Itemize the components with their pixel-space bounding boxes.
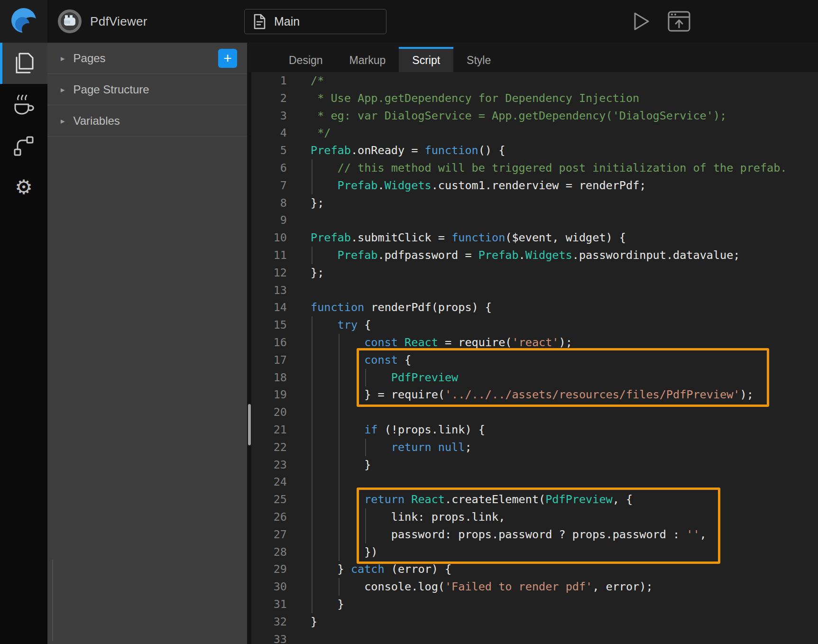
code-text: }) bbox=[311, 543, 377, 561]
code-line: 28 }) bbox=[247, 543, 818, 561]
line-number: 30 bbox=[247, 578, 287, 596]
code-line: 26 link: props.link, bbox=[247, 508, 818, 526]
code-text: return React.createElement(PdfPreview, { bbox=[311, 491, 633, 508]
code-text: try { bbox=[311, 316, 371, 334]
code-line: 6 // this method will be triggered post … bbox=[247, 159, 818, 177]
tab-bar: DesignMarkupScriptStyle bbox=[247, 43, 818, 72]
code-text: /* bbox=[311, 72, 324, 90]
panel-section-pages[interactable]: ▸Pages+ bbox=[47, 43, 247, 74]
code-line: 13 bbox=[247, 282, 818, 299]
code-line: 24 bbox=[247, 473, 818, 491]
line-number: 17 bbox=[247, 351, 287, 369]
code-line: 7 Prefab.Widgets.custom1.renderview = re… bbox=[247, 177, 818, 194]
code-text: Prefab.submitClick = function($event, wi… bbox=[311, 229, 626, 247]
code-text: * Use App.getDependency for Dependency I… bbox=[311, 90, 639, 107]
indent-guide bbox=[312, 473, 312, 491]
panel-section-label: Variables bbox=[74, 114, 120, 128]
line-number: 22 bbox=[247, 439, 287, 456]
line-number: 20 bbox=[247, 404, 287, 421]
code-line: 20 bbox=[247, 404, 818, 421]
caret-right-icon: ▸ bbox=[61, 116, 65, 126]
code-text: function renderPdf(props) { bbox=[311, 299, 492, 316]
line-number: 14 bbox=[247, 299, 287, 316]
code-text: } catch (error) { bbox=[311, 561, 451, 578]
java-coffee-icon bbox=[11, 93, 36, 117]
line-number: 29 bbox=[247, 561, 287, 578]
tab-design[interactable]: Design bbox=[276, 47, 336, 72]
line-number: 23 bbox=[247, 456, 287, 474]
code-text: return null; bbox=[311, 439, 472, 456]
line-number: 10 bbox=[247, 229, 287, 247]
prefab-avatar bbox=[58, 9, 82, 33]
code-line: 11 Prefab.pdfpassword = Prefab.Widgets.p… bbox=[247, 247, 818, 264]
play-icon bbox=[634, 12, 650, 31]
line-number: 33 bbox=[247, 631, 287, 644]
line-number: 25 bbox=[247, 491, 287, 508]
code-line: 30 console.log('Failed to render pdf', e… bbox=[247, 578, 818, 596]
code-text: Prefab.pdfpassword = Prefab.Widgets.pass… bbox=[311, 247, 740, 264]
indent-guide bbox=[312, 404, 312, 421]
line-number: 26 bbox=[247, 508, 287, 526]
panel-scrollbar[interactable] bbox=[52, 560, 53, 641]
code-line: 15 try { bbox=[247, 316, 818, 334]
code-text: } bbox=[311, 596, 344, 613]
code-line: 8}; bbox=[247, 194, 818, 212]
rail-item-java-services[interactable] bbox=[0, 84, 47, 125]
line-number: 15 bbox=[247, 316, 287, 334]
pages-icon bbox=[13, 52, 35, 75]
panel-section-label: Pages bbox=[74, 52, 106, 65]
script-editor[interactable]: 1/*2 * Use App.getDependency for Depende… bbox=[247, 72, 818, 644]
tab-style[interactable]: Style bbox=[453, 47, 504, 72]
code-text: }; bbox=[311, 264, 324, 282]
rail-item-settings[interactable]: ⚙ bbox=[0, 166, 47, 208]
line-number: 28 bbox=[247, 543, 287, 561]
page-selector[interactable]: Main bbox=[244, 9, 386, 34]
code-text: }; bbox=[311, 194, 324, 212]
panel-section-variables[interactable]: ▸Variables bbox=[47, 105, 247, 137]
code-text: } bbox=[311, 456, 371, 474]
prefab-title: PdfViewer bbox=[90, 14, 147, 29]
rail-item-connectors[interactable] bbox=[0, 125, 47, 166]
line-number: 12 bbox=[247, 264, 287, 282]
code-line: 10Prefab.submitClick = function($event, … bbox=[247, 229, 818, 247]
settings-gear-icon: ⚙ bbox=[15, 177, 33, 197]
tab-markup[interactable]: Markup bbox=[336, 47, 399, 72]
prefab-identity: PdfViewer bbox=[58, 0, 147, 43]
code-text: password: props.password ? props.passwor… bbox=[311, 526, 707, 543]
line-number: 32 bbox=[247, 613, 287, 631]
rail-item-pages[interactable] bbox=[0, 43, 47, 84]
code-line: 9 bbox=[247, 212, 818, 229]
code-line: 2 * Use App.getDependency for Dependency… bbox=[247, 90, 818, 107]
page-selector-label: Main bbox=[274, 15, 300, 28]
publish-button[interactable] bbox=[665, 0, 693, 43]
line-number: 9 bbox=[247, 212, 287, 229]
code-line: 29 } catch (error) { bbox=[247, 561, 818, 578]
code-line: 4 */ bbox=[247, 124, 818, 142]
code-line: 14function renderPdf(props) { bbox=[247, 299, 818, 316]
code-text: console.log('Failed to render pdf', erro… bbox=[311, 578, 653, 596]
line-number: 19 bbox=[247, 386, 287, 404]
panel-sections: ▸Pages+▸Page Structure▸Variables bbox=[47, 43, 247, 137]
run-preview-button[interactable] bbox=[630, 0, 653, 43]
code-text: Prefab.onReady = function() { bbox=[311, 142, 505, 159]
code-line: 21 if (!props.link) { bbox=[247, 421, 818, 439]
line-number: 24 bbox=[247, 473, 287, 491]
app-logo[interactable] bbox=[0, 0, 47, 43]
code-text: } bbox=[311, 613, 317, 631]
code-line: 19 } = require('../../../assets/resource… bbox=[247, 386, 818, 404]
line-number: 8 bbox=[247, 194, 287, 212]
line-number: 11 bbox=[247, 247, 287, 264]
line-number: 6 bbox=[247, 159, 287, 177]
line-number: 18 bbox=[247, 369, 287, 386]
tab-script[interactable]: Script bbox=[399, 47, 453, 72]
publish-window-icon bbox=[668, 11, 690, 32]
code-text: if (!props.link) { bbox=[311, 421, 485, 439]
add-page-button[interactable]: + bbox=[218, 49, 237, 68]
code-text: */ bbox=[311, 124, 331, 142]
document-icon bbox=[253, 14, 266, 29]
line-number: 31 bbox=[247, 596, 287, 613]
top-bar: PdfViewer Main bbox=[0, 0, 818, 43]
code-line: 3 * eg: var DialogService = App.getDepen… bbox=[247, 107, 818, 125]
line-number: 3 bbox=[247, 107, 287, 125]
panel-section-page-structure[interactable]: ▸Page Structure bbox=[47, 74, 247, 105]
